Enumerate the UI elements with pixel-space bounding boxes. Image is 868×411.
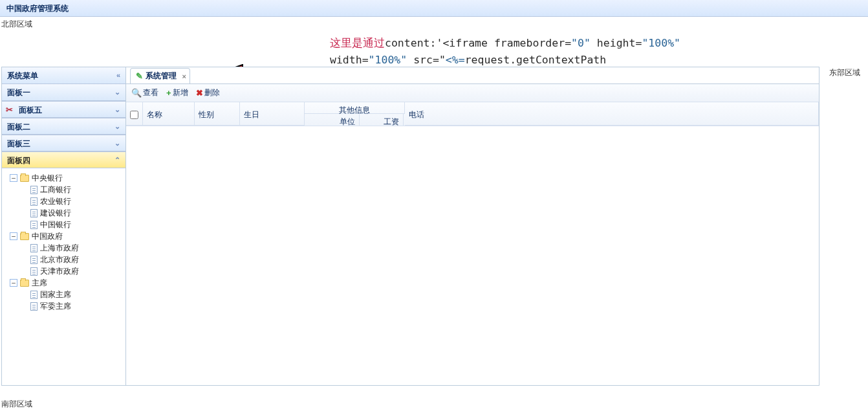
file-icon [30,209,38,217]
delete-button[interactable]: ✖ 删除 [196,87,220,98]
accordion-panel-2[interactable]: 面板二 ⌄ [2,118,125,135]
app-title: 中国政府管理系统 [0,0,75,17]
folder-icon [20,175,29,182]
accordion-panel-4[interactable]: 面板四 ⌃ [2,151,125,168]
grid-header: 名称 性别 生日 其他信息 单位 工资 电话 [126,102,819,126]
file-icon [30,267,38,276]
col-other: 其他信息 [305,102,405,114]
accordion-panel-1[interactable]: 面板一 ⌄ [2,84,125,101]
col-birthday[interactable]: 生日 [240,102,305,126]
tree-leaf[interactable]: 国家主席 [5,289,123,300]
collapse-chevron-icon[interactable]: « [116,71,120,79]
header-bar: 中国政府管理系统 [0,0,868,17]
chevron-up-icon: ⌃ [114,156,120,164]
tree-view: −中央银行工商银行农业银行建设银行中国银行−中国政府上海市政府北京市政府天津市政… [2,168,125,385]
tree-leaf[interactable]: 上海市政府 [5,242,123,254]
add-button[interactable]: + 新增 [166,87,188,98]
grid-body [126,126,819,385]
tab-system-manage[interactable]: ✎ 系统管理 × [130,68,190,83]
col-gender[interactable]: 性别 [195,102,240,126]
tree-leaf[interactable]: 工商银行 [5,184,123,195]
north-region-label: 北部区域 [1,19,32,30]
annotation-prefix: 这里是通过 [330,37,385,49]
accordion-panel-5[interactable]: ✂ 面板五 ⌄ [2,101,125,118]
collapse-icon[interactable]: − [10,232,17,240]
tree-folder[interactable]: −中国政府 [5,230,123,242]
file-icon [30,197,38,206]
east-region-label: 东部区域 [829,67,860,78]
col-phone[interactable]: 电话 [405,102,819,126]
tree-folder[interactable]: −主席 [5,277,123,289]
file-icon [30,256,38,264]
south-region-label: 南部区域 [1,399,32,410]
file-icon [30,291,38,299]
toolbar: 🔍 查看 + 新增 ✖ 删除 [126,84,819,102]
tab-strip: ✎ 系统管理 × [126,67,819,84]
file-icon [30,186,38,194]
sidebar: 系统菜单 « 面板一 ⌄ ✂ 面板五 ⌄ 面板二 ⌄ 面板三 ⌄ 面板四 [2,67,126,385]
col-unit[interactable]: 单位 [305,114,360,126]
view-button[interactable]: 🔍 查看 [131,87,158,98]
chevron-down-icon: ⌄ [114,88,120,96]
col-name[interactable]: 名称 [143,102,195,126]
close-icon[interactable]: × [182,72,186,80]
file-icon [30,302,38,311]
file-icon [30,244,38,252]
plus-icon: + [166,88,171,98]
folder-icon [20,280,29,287]
folder-icon [20,233,29,240]
col-salary[interactable]: 工资 [360,114,404,126]
delete-icon: ✖ [196,88,203,98]
tree-leaf[interactable]: 军委主席 [5,300,123,312]
accordion-panel-3[interactable]: 面板三 ⌄ [2,135,125,151]
search-icon: 🔍 [131,88,142,98]
tree-leaf[interactable]: 天津市政府 [5,265,123,277]
select-all-cell[interactable] [126,102,143,126]
chevron-down-icon: ⌄ [114,139,120,148]
select-all-checkbox[interactable] [130,111,138,119]
tree-leaf[interactable]: 建设银行 [5,207,123,219]
tree-leaf[interactable]: 中国银行 [5,219,123,230]
collapse-icon[interactable]: − [10,174,17,182]
tree-leaf[interactable]: 北京市政府 [5,254,123,265]
tree-folder[interactable]: −中央银行 [5,172,123,184]
chevron-down-icon: ⌄ [114,122,120,131]
sidebar-title: 系统菜单 « [2,67,125,84]
center-panel: ✎ 系统管理 × 🔍 查看 + 新增 ✖ 删除 [126,67,819,385]
scissors-icon: ✂ [6,105,13,115]
file-icon [30,221,38,229]
tree-leaf[interactable]: 农业银行 [5,195,123,207]
pencil-icon: ✎ [136,71,143,81]
chevron-down-icon: ⌄ [114,106,120,114]
collapse-icon[interactable]: − [10,279,17,287]
